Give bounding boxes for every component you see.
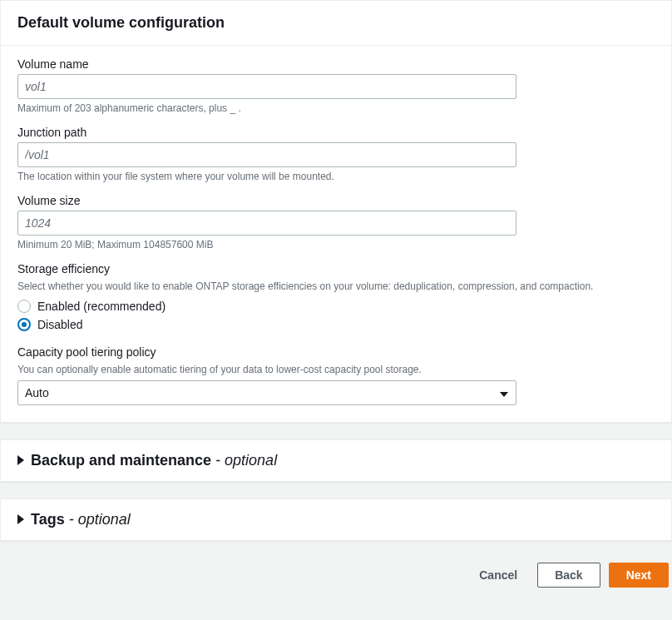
radio-icon-selected xyxy=(17,318,31,331)
volume-size-input[interactable] xyxy=(17,211,516,236)
backup-maintenance-panel: Backup and maintenance - optional xyxy=(0,439,672,482)
tags-header[interactable]: Tags - optional xyxy=(1,499,671,540)
volume-size-group: Volume size Minimum 20 MiB; Maximum 1048… xyxy=(17,194,655,250)
storage-efficiency-enabled-radio[interactable]: Enabled (recommended) xyxy=(17,297,655,315)
tags-title-text: Tags xyxy=(31,511,65,528)
tiering-policy-group: Capacity pool tiering policy You can opt… xyxy=(17,345,655,405)
tags-title: Tags - optional xyxy=(31,511,131,528)
volume-name-input[interactable] xyxy=(17,74,516,99)
backup-optional-suffix: - optional xyxy=(211,452,277,469)
tags-optional-suffix: - optional xyxy=(65,511,131,528)
volume-size-label: Volume size xyxy=(17,194,655,207)
tiering-policy-select[interactable]: Auto xyxy=(17,380,516,405)
tiering-policy-desc: You can optionally enable automatic tier… xyxy=(17,362,655,377)
back-button[interactable]: Back xyxy=(537,563,600,588)
volume-name-group: Volume name Maximum of 203 alphanumeric … xyxy=(17,57,655,114)
footer-actions: Cancel Back Next xyxy=(0,558,672,594)
volume-name-label: Volume name xyxy=(17,57,655,71)
panel-body: Volume name Maximum of 203 alphanumeric … xyxy=(1,46,671,422)
panel-title: Default volume configuration xyxy=(17,14,655,32)
radio-label-disabled: Disabled xyxy=(37,318,82,331)
caret-right-icon xyxy=(17,513,24,527)
panel-header: Default volume configuration xyxy=(1,1,671,46)
tiering-policy-label: Capacity pool tiering policy xyxy=(17,345,655,359)
storage-efficiency-desc: Select whether you would like to enable … xyxy=(17,279,655,294)
volume-size-helper: Minimum 20 MiB; Maximum 104857600 MiB xyxy=(17,239,655,250)
junction-path-label: Junction path xyxy=(17,126,655,139)
storage-efficiency-disabled-radio[interactable]: Disabled xyxy=(17,315,655,334)
backup-maintenance-header[interactable]: Backup and maintenance - optional xyxy=(1,440,671,481)
storage-efficiency-label: Storage efficiency xyxy=(17,262,655,275)
svg-marker-1 xyxy=(17,455,24,465)
next-button[interactable]: Next xyxy=(609,563,669,588)
volume-name-helper: Maximum of 203 alphanumeric characters, … xyxy=(17,102,655,114)
radio-label-enabled: Enabled (recommended) xyxy=(37,300,166,313)
tags-panel: Tags - optional xyxy=(0,498,672,541)
storage-efficiency-group: Storage efficiency Select whether you wo… xyxy=(17,262,655,334)
backup-title: Backup and maintenance - optional xyxy=(31,452,277,469)
cancel-button[interactable]: Cancel xyxy=(467,563,529,587)
caret-right-icon xyxy=(17,454,24,468)
default-volume-config-panel: Default volume configuration Volume name… xyxy=(0,0,672,423)
svg-marker-2 xyxy=(17,514,24,524)
junction-path-group: Junction path The location within your f… xyxy=(17,126,655,182)
radio-icon xyxy=(17,300,31,313)
tiering-policy-value: Auto xyxy=(17,380,516,405)
backup-title-text: Backup and maintenance xyxy=(31,452,211,469)
junction-path-helper: The location within your file system whe… xyxy=(17,171,655,182)
junction-path-input[interactable] xyxy=(17,142,516,167)
